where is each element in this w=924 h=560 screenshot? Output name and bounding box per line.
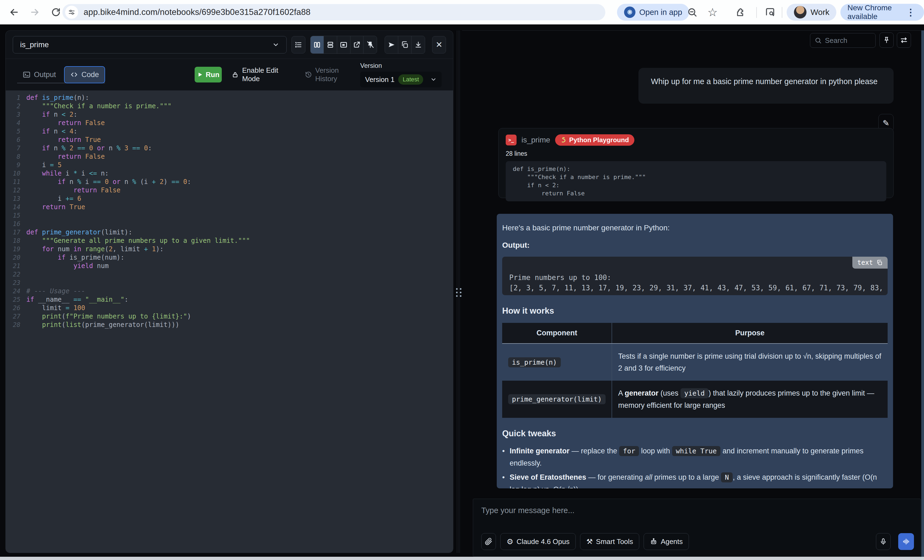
run-button[interactable]: Run (195, 67, 222, 82)
code-line: 20 if is_prime(num): (6, 253, 453, 262)
enable-edit-mode-button[interactable]: Enable Edit Mode (231, 66, 295, 83)
code-line: 27 print(f"Prime numbers up to {limit}:"… (6, 312, 453, 320)
output-code-block: text Prime numbers up to 100: [2, 3, 5, … (502, 257, 888, 295)
code-line: 17def prime_generator(limit): (6, 228, 453, 236)
window-bottom-edge (0, 557, 924, 560)
version-history-button[interactable]: Version History (305, 66, 360, 83)
bookmark-star-icon[interactable]: ☆ (706, 5, 719, 19)
profile-button[interactable]: Work (787, 4, 836, 21)
code-line: 11 if n % i == 0 or n % (i + 2) == 0: (6, 177, 453, 186)
attach-button[interactable] (481, 533, 496, 550)
site-settings-icon[interactable] (65, 6, 78, 19)
copy-icon (876, 259, 883, 266)
column-header: Component (502, 323, 612, 343)
list-item: •Sieve of Eratosthenes — for generating … (502, 471, 888, 488)
extensions-icon[interactable] (733, 5, 747, 19)
file-card-header: >_ is_prime Python Playground (506, 134, 886, 146)
copy-icon (400, 41, 409, 49)
notebook-file-card[interactable]: >_ is_prime Python Playground 28 lines d… (498, 128, 894, 198)
code-line: 22 (6, 270, 453, 279)
chat-panel-border (462, 30, 924, 31)
waveform-icon (902, 538, 910, 545)
tools-icon: ⚒ (586, 538, 592, 546)
columns-icon (313, 41, 321, 49)
search-input[interactable] (825, 36, 866, 45)
code-line: 19 for num in range(2, limit + 1): (6, 245, 453, 253)
code-line: 10 while i * i <= n: (6, 169, 453, 177)
tab-output[interactable]: Output (17, 67, 62, 83)
picture-in-picture-button[interactable] (337, 36, 350, 54)
layout-rows-button[interactable] (324, 36, 337, 54)
smart-tools-button[interactable]: ⚒ Smart Tools (580, 533, 639, 550)
code-line: 8 return False (6, 152, 453, 161)
microphone-button[interactable] (876, 533, 891, 550)
back-icon[interactable] (6, 4, 22, 20)
menu-dots-icon[interactable]: ⋮ (904, 5, 918, 19)
version-block: Version Version 1 Latest (360, 62, 442, 87)
code-line: 12 return False (6, 186, 453, 194)
code-line: 18 """Generate all prime numbers up to a… (6, 236, 453, 245)
output-line: Prime numbers up to 100: (509, 273, 888, 283)
chat-scrollbar[interactable] (921, 30, 924, 557)
close-notebook-button[interactable]: ✕ (432, 36, 446, 54)
notebook-file-select[interactable]: is_prime (13, 36, 286, 54)
swap-panels-button[interactable] (897, 33, 911, 48)
file-line-count: 28 lines (506, 150, 886, 157)
panel-resize-handle[interactable] (456, 30, 462, 553)
layout-columns-button[interactable] (310, 36, 324, 54)
agents-button[interactable]: Agents (644, 533, 689, 550)
table-header-row: Component Purpose (502, 323, 888, 343)
picture-in-picture-icon (340, 41, 348, 49)
component-chip: is_prime(n) (508, 357, 561, 367)
terminal-icon: >_ (506, 135, 516, 145)
output-line: [2, 3, 5, 7, 11, 13, 17, 19, 23, 29, 31,… (509, 283, 888, 293)
copy-button[interactable] (398, 36, 411, 54)
notebook-toolbar: is_prime (6, 31, 453, 59)
gear-icon: ⚙ (507, 537, 513, 546)
search-tabs-icon[interactable] (763, 5, 777, 19)
code-line: 23 (6, 279, 453, 287)
code-line: 15 (6, 211, 453, 220)
address-bar[interactable]: app.bike4mind.com/notebooks/699e3b0e315a… (62, 4, 605, 20)
code-editor[interactable]: 1def is_prime(n):2 """Check if a number … (6, 90, 453, 553)
play-icon (197, 72, 203, 78)
lock-icon (231, 71, 239, 78)
output-label: Output: (502, 241, 888, 250)
message-input[interactable] (481, 506, 807, 515)
send-button[interactable] (385, 36, 398, 54)
unpin-button[interactable] (363, 36, 377, 54)
code-line: 7 if n % 2 == 0 or n % 3 == 0: (6, 144, 453, 152)
python-playground-badge[interactable]: Python Playground (555, 134, 634, 146)
voice-send-button[interactable] (898, 533, 914, 550)
component-chip: prime_generator(limit) (508, 394, 606, 404)
open-external-button[interactable] (350, 36, 364, 54)
forward-icon[interactable] (27, 4, 42, 20)
open-in-app-button[interactable]: ✳ Open in app (617, 4, 689, 21)
microphone-icon (879, 538, 887, 545)
code-line: 1def is_prime(n): (6, 93, 453, 102)
reload-icon[interactable] (48, 4, 63, 20)
pin-off-icon (366, 41, 374, 49)
rows-icon (326, 41, 334, 49)
url-text: app.bike4mind.com/notebooks/699e3b0e315a… (84, 7, 310, 17)
paperclip-icon (485, 538, 492, 545)
code-line: 21 yield num (6, 262, 453, 270)
download-button[interactable] (411, 36, 425, 54)
purpose-cell: Tests if a single number is prime using … (612, 343, 888, 381)
version-label: Version (360, 62, 442, 69)
pin-chat-button[interactable] (879, 33, 894, 48)
tab-code[interactable]: Code (64, 66, 105, 83)
code-line: 5 if n < 4: (6, 127, 453, 135)
outline-list-button[interactable] (291, 36, 305, 54)
version-select[interactable]: Version 1 Latest (360, 72, 442, 87)
file-name: is_prime (522, 136, 550, 144)
model-selector-button[interactable]: ⚙ Claude 4.6 Opus (500, 533, 576, 550)
code-language-chip[interactable]: text (852, 257, 888, 269)
chat-search[interactable] (810, 33, 876, 48)
code-line: 25if __name__ == "__main__": (6, 295, 453, 304)
latest-badge: Latest (398, 74, 423, 85)
notebook-tab-bar: Output Code Run Enable Edit Mode Version… (6, 59, 453, 90)
toolbar-divider (756, 7, 757, 18)
zoom-icon[interactable] (686, 5, 699, 19)
code-line: 4 return False (6, 118, 453, 127)
